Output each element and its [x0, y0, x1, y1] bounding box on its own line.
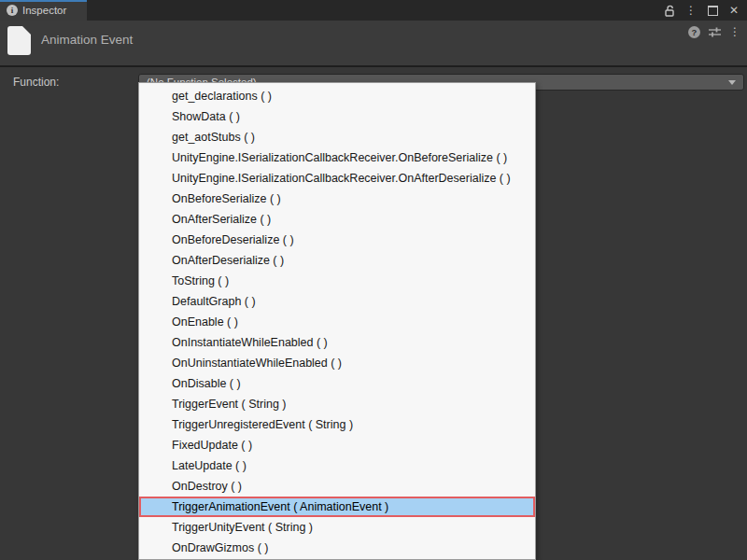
menu-item[interactable]: OnDestroy ( ) — [139, 476, 535, 497]
menu-item[interactable]: TriggerUnregisteredEvent ( String ) — [139, 414, 535, 435]
inspector-window: i Inspector ⋮ ✕ Animation Event ? — [0, 0, 747, 560]
menu-item[interactable]: LateUpdate ( ) — [139, 455, 535, 476]
presets-icon[interactable] — [708, 25, 721, 38]
more-menu-icon[interactable]: ⋮ — [728, 25, 741, 38]
menu-item[interactable]: get_declarations ( ) — [139, 86, 535, 106]
function-label: Function: — [13, 76, 59, 89]
menu-item[interactable]: OnUninstantiateWhileEnabled ( ) — [139, 353, 535, 373]
menu-item[interactable]: TriggerUnityEvent ( String ) — [139, 517, 535, 538]
tab-label: Inspector — [22, 5, 66, 16]
menu-item[interactable]: FixedUpdate ( ) — [139, 435, 535, 455]
menu-item[interactable]: ToString ( ) — [139, 271, 535, 291]
menu-item[interactable]: UnityEngine.ISerializationCallbackReceiv… — [139, 168, 535, 189]
menu-item[interactable]: OnAfterDeserialize ( ) — [139, 250, 535, 271]
menu-item[interactable]: OnInstantiateWhileEnabled ( ) — [139, 332, 535, 353]
window-controls: ⋮ ✕ — [663, 4, 747, 17]
menu-item[interactable]: get_aotStubs ( ) — [139, 127, 535, 147]
component-title: Animation Event — [41, 33, 133, 47]
close-icon[interactable]: ✕ — [727, 4, 740, 17]
maximize-icon[interactable] — [706, 4, 719, 17]
menu-item[interactable]: TriggerEvent ( String ) — [139, 394, 535, 414]
menu-item[interactable]: DefaultGraph ( ) — [139, 291, 535, 312]
component-header: Animation Event ? ⋮ — [0, 21, 747, 67]
menu-item-highlighted[interactable]: TriggerAnimationEvent ( AnimationEvent ) — [139, 497, 535, 517]
help-icon[interactable]: ? — [688, 26, 700, 38]
kebab-menu-icon[interactable]: ⋮ — [684, 4, 698, 17]
lock-open-icon[interactable] — [663, 4, 676, 17]
active-tab-accent — [0, 0, 87, 2]
menu-item[interactable]: OnBeforeSerialize ( ) — [139, 189, 535, 209]
menu-item[interactable]: OnBeforeDeserialize ( ) — [139, 230, 535, 250]
menu-item[interactable]: OnAfterSerialize ( ) — [139, 209, 535, 230]
document-icon — [7, 26, 31, 59]
menu-item[interactable]: ShowData ( ) — [139, 106, 535, 127]
info-icon: i — [7, 5, 18, 16]
tab-inspector[interactable]: i Inspector — [0, 0, 87, 21]
menu-item[interactable]: UnityEngine.ISerializationCallbackReceiv… — [139, 147, 535, 168]
maximize-glyph — [708, 6, 718, 16]
header-icons: ? ⋮ — [688, 25, 741, 38]
menu-item[interactable]: OnDrawGizmos ( ) — [139, 538, 535, 558]
tab-bar: i Inspector ⋮ ✕ — [0, 0, 747, 21]
menu-item[interactable]: OnDisable ( ) — [139, 373, 535, 394]
menu-item[interactable]: OnEnable ( ) — [139, 312, 535, 332]
function-menu-popup: get_declarations ( )ShowData ( )get_aotS… — [138, 82, 536, 560]
dropdown-arrow-icon — [728, 80, 736, 85]
